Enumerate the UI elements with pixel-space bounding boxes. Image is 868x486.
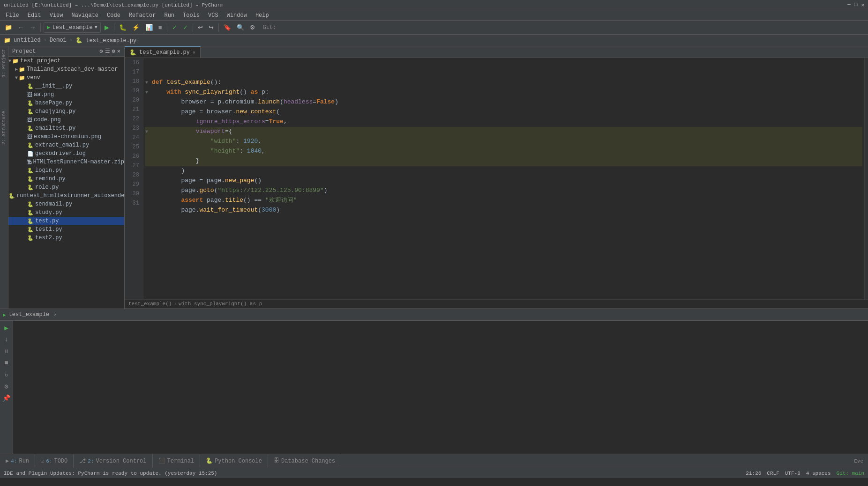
status-indent[interactable]: 4 spaces <box>806 471 831 476</box>
tree-item---init---py[interactable]: 🐍__init__.py <box>8 82 124 90</box>
code-area[interactable]: ▼ def test_example(): ▼ with sync_playwr… <box>143 58 864 299</box>
redo-btn[interactable]: ↪ <box>207 22 216 33</box>
fold-23[interactable]: ▼ <box>145 127 151 137</box>
profile-btn[interactable]: 📊 <box>143 22 155 33</box>
settings-btn[interactable]: ⚙ <box>248 22 257 33</box>
tree-item-emailtest-py[interactable]: 🐍emailtest.py <box>8 124 124 133</box>
fold-29[interactable] <box>145 186 151 196</box>
tree-item-role-py[interactable]: 🐍role.py <box>8 183 124 191</box>
nav-demo1[interactable]: Demo1 <box>50 37 67 44</box>
status-git[interactable]: Git: main <box>837 471 864 476</box>
tab-close-icon[interactable]: ✕ <box>193 50 195 55</box>
menu-run[interactable]: Run <box>160 11 178 20</box>
tree-item-geckodriver-log[interactable]: 📄geckodriver.log <box>8 149 124 158</box>
run-rerun-btn[interactable]: ↻ <box>1 369 12 380</box>
menu-tools[interactable]: Tools <box>179 11 203 20</box>
vertical-tab-2[interactable]: 2: Structure <box>0 108 7 147</box>
run-pin-btn[interactable]: 📌 <box>1 393 12 403</box>
tree-item-login-py[interactable]: 🐍login.py <box>8 166 124 175</box>
tree-item-test2-py[interactable]: 🐍test2.py <box>8 234 124 242</box>
event-log-btn[interactable]: Eve <box>849 458 868 464</box>
menu-refactor[interactable]: Refactor <box>125 11 160 20</box>
fold-27[interactable] <box>145 167 151 176</box>
editor-content[interactable]: 16 17 18 19 20 21 22 23 24 25 26 27 28 2… <box>125 58 868 299</box>
editor-tab-test-example[interactable]: 🐍 test_example.py ✕ <box>125 46 201 58</box>
menu-navigate[interactable]: Navigate <box>67 11 102 20</box>
project-settings-icon[interactable]: ⚙ <box>112 48 115 55</box>
search-btn[interactable]: 🔍 <box>235 22 246 33</box>
nav-untitled[interactable]: untitled <box>14 37 41 44</box>
coverage-btn[interactable]: ⚡ <box>130 22 142 33</box>
menu-help[interactable]: Help <box>252 11 273 20</box>
stop-btn[interactable]: ■ <box>157 22 164 33</box>
breadcrumb-with[interactable]: with sync_playwright() as p <box>179 301 262 307</box>
tab-terminal[interactable]: ⬛ Terminal <box>153 454 201 468</box>
fold-30[interactable] <box>145 196 151 206</box>
tree-item-example-chromium-png[interactable]: 🖼example-chromium.png <box>8 133 124 141</box>
run-btn[interactable]: ▶ <box>103 22 111 33</box>
tree-item-basePage-py[interactable]: 🐍basePage.py <box>8 99 124 107</box>
tree-item-HTMLTestRunnerCN-master-zip[interactable]: 🗜HTMLTestRunnerCN-master.zip <box>8 158 124 166</box>
run-down-btn[interactable]: ↓ <box>1 334 12 345</box>
maximize-btn[interactable]: □ <box>854 2 858 8</box>
menu-vcs[interactable]: VCS <box>204 11 222 20</box>
close-btn[interactable]: ✕ <box>861 2 864 8</box>
fold-18[interactable]: ▼ <box>145 78 151 88</box>
fold-28[interactable] <box>145 177 151 186</box>
vertical-tab-1[interactable]: 1: Project <box>0 46 7 80</box>
fold-22[interactable] <box>145 118 151 127</box>
menu-edit[interactable]: Edit <box>24 11 45 20</box>
status-crlf[interactable]: CRLF <box>767 471 779 476</box>
tree-item-test-project[interactable]: ▼📁test_project <box>8 57 124 65</box>
run-stop-btn[interactable]: ■ <box>1 358 12 368</box>
toolbar-back-btn[interactable]: ← <box>16 22 26 33</box>
fold-24[interactable] <box>145 137 151 147</box>
run-play-btn[interactable]: ▶ <box>1 323 12 333</box>
git-checkmark-btn[interactable]: ✓ <box>170 22 179 33</box>
menu-window[interactable]: Window <box>223 11 251 20</box>
tree-item-remind-py[interactable]: 🐍remind.py <box>8 175 124 183</box>
tree-item-aa-png[interactable]: 🖼aa.png <box>8 90 124 99</box>
tab-version-control[interactable]: ⎇ 2: Version Control <box>74 454 152 468</box>
fold-31[interactable] <box>145 206 151 215</box>
tree-item-Thailand-xsteach-dev-master[interactable]: ▶📁Thailand_xsteach_dev-master <box>8 65 124 74</box>
tab-todo[interactable]: ☑ 6: TODO <box>35 454 74 468</box>
run-config-selector[interactable]: ▶ test_example ▼ <box>44 22 101 33</box>
status-encoding[interactable]: UTF-8 <box>785 471 801 476</box>
tree-item-extract-email-py[interactable]: 🐍extract_email.py <box>8 141 124 149</box>
tab-python-console[interactable]: 🐍 Python Console <box>200 454 268 468</box>
undo-btn[interactable]: ↩ <box>196 22 205 33</box>
debug-btn[interactable]: 🐛 <box>117 22 128 33</box>
run-tab-label[interactable]: test_example <box>9 311 49 318</box>
project-gear-icon[interactable]: ⚙ <box>99 48 103 55</box>
project-close-icon[interactable]: ✕ <box>117 48 120 55</box>
breadcrumb-func[interactable]: test_example() <box>128 301 172 307</box>
run-output[interactable] <box>13 321 868 454</box>
nav-file[interactable]: 🐍 test_example.py <box>75 37 136 44</box>
fold-25[interactable] <box>145 147 151 156</box>
tree-item-test1-py[interactable]: 🐍test1.py <box>8 225 124 234</box>
tab-run[interactable]: ▶ 4: Run <box>0 454 35 468</box>
status-position[interactable]: 21:26 <box>746 471 761 476</box>
tree-item-study-py[interactable]: 🐍study.py <box>8 208 124 217</box>
fold-21[interactable] <box>145 108 151 117</box>
tree-item-chaojying-py[interactable]: 🐍chaojying.py <box>8 107 124 116</box>
project-layout-icon[interactable]: ☰ <box>105 48 110 55</box>
run-settings-btn[interactable]: ⚙ <box>1 381 12 391</box>
tree-item-venv[interactable]: ▼📁venv <box>8 74 124 82</box>
tree-item-runtest-htmltestrunner-autosendemail-py[interactable]: 🐍runtest_htmltestrunner_autosendemail.py <box>8 191 124 200</box>
fold-17[interactable] <box>145 68 151 78</box>
tree-item-sendmail-py[interactable]: 🐍sendmail.py <box>8 200 124 208</box>
fold-20[interactable] <box>145 98 151 107</box>
minimize-btn[interactable]: ─ <box>847 2 851 8</box>
fold-16[interactable] <box>145 59 151 68</box>
tree-item-code-png[interactable]: 🖼code.png <box>8 116 124 124</box>
bookmark-btn[interactable]: 🔖 <box>222 22 233 33</box>
menu-file[interactable]: File <box>2 11 23 20</box>
menu-code[interactable]: Code <box>103 11 124 20</box>
tab-database[interactable]: 🗄 Database Changes <box>268 454 341 468</box>
run-tab-close[interactable]: ✕ <box>54 312 57 317</box>
fold-26[interactable] <box>145 157 151 166</box>
fold-19[interactable]: ▼ <box>145 88 151 97</box>
toolbar-project-btn[interactable]: 📁 <box>3 22 14 33</box>
